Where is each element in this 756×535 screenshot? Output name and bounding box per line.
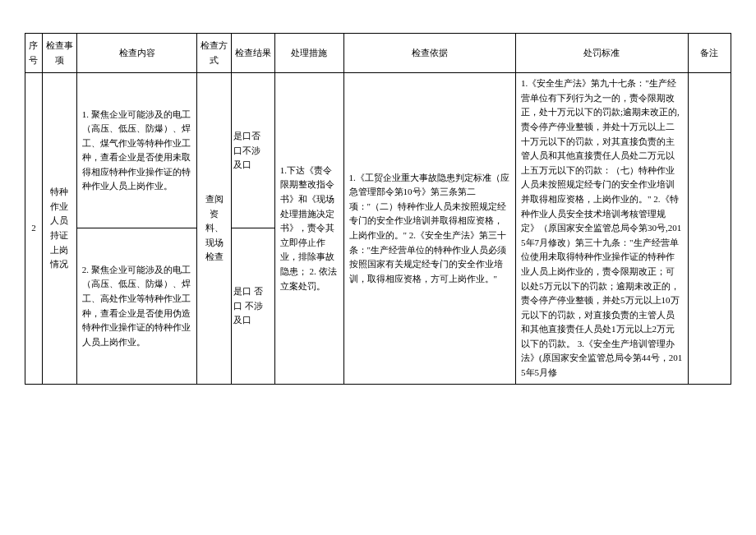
header-method: 检查方式 xyxy=(197,34,232,73)
cell-content2: 2. 聚焦企业可能涉及的电工（高压、低压、防爆）、焊工、高处作业等特种作业工种，… xyxy=(76,228,197,384)
cell-method: 查阅资料、现场检查 xyxy=(197,73,232,384)
cell-basis: 1.《工贸企业重大事故隐患判定标准（应急管理部令第10号》第三条第二项："（二）… xyxy=(343,73,516,384)
header-item: 检查事项 xyxy=(42,34,76,73)
cell-item: 特种作业人员持证上岗情况 xyxy=(42,73,76,384)
inspection-table: 序号 检查事项 检查内容 检查方式 检查结果 处理措施 检查依据 处罚标准 备注… xyxy=(25,33,731,385)
cell-standard: 1.《安全生产法》第九十七条："生产经营单位有下列行为之一的，责令限期改正，处十… xyxy=(516,73,689,384)
cell-content1: 1. 聚焦企业可能涉及的电工（高压、低压、防爆）、焊工、煤气作业等特种作业工种，… xyxy=(76,73,197,228)
header-standard: 处罚标准 xyxy=(516,34,689,73)
header-row: 序号 检查事项 检查内容 检查方式 检查结果 处理措施 检查依据 处罚标准 备注 xyxy=(25,34,731,73)
cell-measure: 1.下达《责令限期整改指令书》和《现场处理措施决定书》，责令其立即停止作业，排除… xyxy=(274,73,343,384)
header-measure: 处理措施 xyxy=(274,34,343,73)
header-result: 检查结果 xyxy=(232,34,274,73)
header-content: 检查内容 xyxy=(76,34,197,73)
cell-result2: 是口 否口 不涉及口 xyxy=(232,228,274,384)
cell-remark xyxy=(688,73,731,384)
header-basis: 检查依据 xyxy=(343,34,516,73)
header-remark: 备注 xyxy=(688,34,731,73)
header-seq: 序号 xyxy=(25,34,43,73)
cell-seq: 2 xyxy=(25,73,43,384)
table-row: 2 特种作业人员持证上岗情况 1. 聚焦企业可能涉及的电工（高压、低压、防爆）、… xyxy=(25,73,731,228)
cell-result1: 是口否口不涉及口 xyxy=(232,73,274,228)
